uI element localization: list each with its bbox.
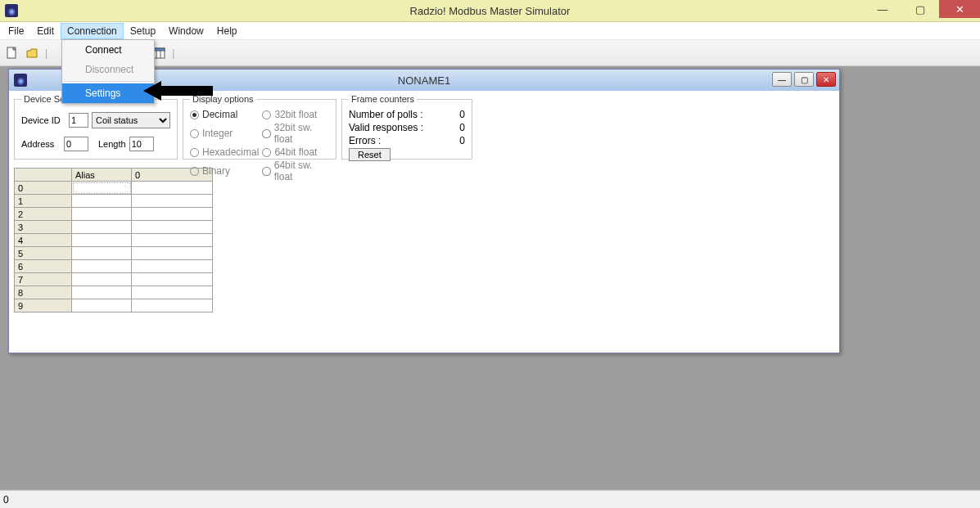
register-type-select[interactable]: Coil status [92, 112, 170, 128]
valid-value: 0 [459, 122, 465, 133]
dropdown-connect[interactable]: Connect [62, 40, 154, 60]
mdi-area: NONAME1 — ▢ ✕ Device Settings Device ID … [0, 66, 980, 490]
maximize-button[interactable]: ▢ [901, 0, 939, 18]
polls-label: Number of polls : [349, 109, 423, 120]
frame-counters-legend: Frame counters [349, 94, 417, 104]
close-button[interactable]: ✕ [939, 0, 980, 18]
alias-cell[interactable] [72, 286, 132, 299]
value-cell[interactable] [132, 234, 213, 247]
child-title: NONAME1 [398, 74, 450, 87]
table-row: 3 [15, 221, 213, 234]
frame-counters-group: Frame counters Number of polls :0 Valid … [341, 94, 472, 160]
table-row: 8 [15, 286, 213, 299]
minimize-button[interactable]: — [864, 0, 901, 18]
menu-setup[interactable]: Setup [124, 23, 162, 39]
menu-edit[interactable]: Edit [30, 23, 61, 39]
errors-label: Errors : [349, 135, 381, 146]
menu-help[interactable]: Help [210, 23, 244, 39]
svg-rect-4 [153, 48, 165, 51]
radio-64bit-sw-float[interactable]: 64bit sw. float [262, 160, 329, 182]
valid-label: Valid responses : [349, 122, 423, 133]
titlebar: Radzio! Modbus Master Simulator — ▢ ✕ [0, 0, 980, 22]
address-input[interactable] [64, 137, 88, 151]
length-input[interactable] [129, 137, 154, 151]
dropdown-settings[interactable]: Settings [62, 83, 154, 103]
child-body: Device Settings Device ID Coil status Ad… [9, 91, 839, 316]
display-options-group: Display options Decimal 32bit float Inte… [183, 94, 336, 160]
errors-value: 0 [459, 135, 465, 146]
alias-cell[interactable] [72, 221, 132, 234]
toolbar-separator-2: | [172, 47, 174, 59]
table-row: 6 [15, 260, 213, 273]
polls-value: 0 [459, 109, 465, 120]
value-cell[interactable] [132, 182, 213, 195]
new-file-icon[interactable] [3, 44, 21, 62]
data-table: Alias 0 0 1 2 3 4 5 6 7 8 9 [14, 168, 213, 312]
display-options-legend: Display options [190, 94, 256, 104]
connection-dropdown: Connect Disconnect Settings [61, 39, 155, 104]
radio-decimal[interactable]: Decimal [190, 109, 259, 120]
value-cell[interactable] [132, 221, 213, 234]
open-file-icon[interactable] [23, 44, 41, 62]
dropdown-separator [64, 81, 152, 82]
table-row: 0 [15, 182, 213, 195]
table-corner [15, 169, 72, 182]
menu-file[interactable]: File [2, 23, 30, 39]
value-cell[interactable] [132, 273, 213, 286]
table-row: 5 [15, 247, 213, 260]
alias-cell[interactable] [72, 195, 132, 208]
alias-cell[interactable] [72, 273, 132, 286]
child-close-button[interactable]: ✕ [816, 72, 836, 87]
table-row: 9 [15, 299, 213, 312]
child-icon [14, 74, 27, 87]
status-text: 0 [3, 494, 9, 506]
radio-hexadecimal[interactable]: Hexadecimal [190, 146, 259, 158]
app-title: Radzio! Modbus Master Simulator [410, 5, 571, 17]
child-minimize-button[interactable]: — [772, 72, 792, 87]
device-id-label: Device ID [21, 115, 65, 125]
value-cell[interactable] [132, 247, 213, 260]
app-icon [5, 4, 18, 17]
length-label: Length [98, 139, 126, 149]
toolbar-separator: | [45, 47, 47, 59]
value-cell[interactable] [132, 208, 213, 221]
radio-32bit-float[interactable]: 32bit float [262, 109, 329, 120]
child-maximize-button[interactable]: ▢ [794, 72, 814, 87]
table-row: 1 [15, 195, 213, 208]
value-cell[interactable] [132, 299, 213, 312]
radio-64bit-float[interactable]: 64bit float [262, 146, 329, 158]
radio-32bit-sw-float[interactable]: 32bit sw. float [262, 122, 329, 145]
dropdown-disconnect: Disconnect [62, 60, 154, 79]
alias-cell[interactable] [72, 234, 132, 247]
value-cell[interactable] [132, 260, 213, 273]
alias-cell[interactable] [72, 260, 132, 273]
radio-binary[interactable]: Binary [190, 160, 259, 182]
table-row: 7 [15, 273, 213, 286]
alias-cell[interactable] [72, 208, 132, 221]
alias-cell[interactable] [72, 182, 132, 195]
value-cell[interactable] [132, 286, 213, 299]
address-label: Address [21, 139, 61, 149]
value-cell[interactable] [132, 195, 213, 208]
table-row: 2 [15, 208, 213, 221]
radio-integer[interactable]: Integer [190, 122, 259, 145]
reset-button[interactable]: Reset [349, 148, 391, 161]
alias-cell[interactable] [72, 247, 132, 260]
child-window: NONAME1 — ▢ ✕ Device Settings Device ID … [8, 69, 840, 353]
alias-cell[interactable] [72, 299, 132, 312]
table-row: 4 [15, 234, 213, 247]
device-id-input[interactable] [69, 113, 88, 128]
menubar: File Edit Connection Setup Window Help [0, 22, 980, 40]
alias-header: Alias [72, 169, 132, 182]
menu-window[interactable]: Window [162, 23, 210, 39]
window-controls: — ▢ ✕ [864, 0, 980, 18]
menu-connection[interactable]: Connection [61, 23, 124, 39]
statusbar: 0 [0, 490, 980, 508]
device-settings-group: Device Settings Device ID Coil status Ad… [14, 94, 178, 160]
